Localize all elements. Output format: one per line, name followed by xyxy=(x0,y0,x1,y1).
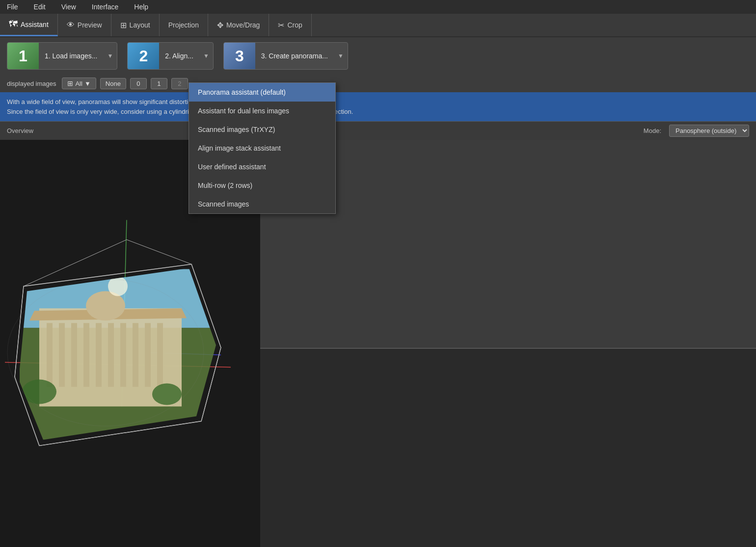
dropdown-item-3[interactable]: Align image stack assistant xyxy=(189,139,335,157)
menu-file[interactable]: File xyxy=(4,2,21,12)
dropdown-item-2[interactable]: Scanned images (TrXYZ) xyxy=(189,120,335,139)
tabbar: 🗺 Assistant 👁 Preview ⊞ Layout Projectio… xyxy=(0,14,756,37)
mode-select[interactable]: Panosphere (outside) xyxy=(669,125,749,137)
tab-layout-label: Layout xyxy=(130,21,150,29)
step2-button[interactable]: 2 2. Align... ▼ xyxy=(127,42,213,70)
step3-button[interactable]: 3 3. Create panorama... ▼ xyxy=(223,42,348,70)
step3-number: 3 xyxy=(224,42,255,70)
svg-point-22 xyxy=(152,384,182,405)
displayed-images-label: displayed images xyxy=(7,80,56,87)
svg-rect-14 xyxy=(108,323,114,387)
dropdown-item-1[interactable]: Assistant for dual lens images xyxy=(189,102,335,120)
info-banner: With a wide field of view, panoramas wil… xyxy=(0,92,756,121)
dropdown-item-5[interactable]: Multi-row (2 rows) xyxy=(189,176,335,195)
step3-label: 3. Create panorama... xyxy=(255,52,334,60)
step1-label: 1. Load images... xyxy=(39,52,103,60)
tab-crop[interactable]: ✂ Crop xyxy=(269,14,311,36)
tab-movedrag[interactable]: ✥ Move/Drag xyxy=(208,14,269,36)
step1-chevron-icon: ▼ xyxy=(103,52,117,59)
svg-rect-10 xyxy=(59,323,65,387)
overview-row: Overview Mode: Panosphere (outside) xyxy=(0,121,756,140)
dropdown-item-6[interactable]: Scanned images xyxy=(189,195,335,213)
tab-layout[interactable]: ⊞ Layout xyxy=(111,14,160,36)
preview-tab-icon: 👁 xyxy=(67,21,75,29)
all-icon: ⊞ xyxy=(67,79,73,87)
svg-rect-12 xyxy=(83,323,89,387)
dropdown-item-0[interactable]: Panorama assistant (default) xyxy=(189,83,335,102)
step2-chevron-icon: ▼ xyxy=(199,52,213,59)
all-chevron-icon: ▼ xyxy=(84,80,91,87)
menu-help[interactable]: Help xyxy=(131,2,151,12)
tab-assistant-label: Assistant xyxy=(21,21,49,28)
tab-preview-label: Preview xyxy=(78,21,102,29)
svg-rect-17 xyxy=(145,323,151,387)
svg-point-21 xyxy=(22,380,56,404)
step2-label: 2. Align... xyxy=(159,52,199,60)
svg-rect-16 xyxy=(133,323,138,387)
num-box-2[interactable]: 2 xyxy=(171,78,188,89)
tab-movedrag-label: Move/Drag xyxy=(226,21,260,29)
toolbar: 1 1. Load images... ▼ 2 2. Align... ▼ 3 … xyxy=(0,37,756,75)
num-box-0[interactable]: 0 xyxy=(130,78,147,89)
num-box-1[interactable]: 1 xyxy=(151,78,167,89)
dropdown-item-4[interactable]: User defined assistant xyxy=(189,157,335,176)
tab-crop-label: Crop xyxy=(287,21,302,29)
main-area xyxy=(0,140,756,547)
tab-projection[interactable]: Projection xyxy=(160,14,208,36)
all-button[interactable]: ⊞ All ▼ xyxy=(62,78,96,89)
svg-rect-13 xyxy=(96,323,102,387)
menu-view[interactable]: View xyxy=(58,2,79,12)
images-row: displayed images ⊞ All ▼ None 0 1 2 xyxy=(0,75,756,92)
svg-rect-18 xyxy=(157,323,163,387)
movedrag-tab-icon: ✥ xyxy=(217,21,223,30)
tab-assistant[interactable]: 🗺 Assistant xyxy=(0,14,58,36)
svg-rect-15 xyxy=(120,323,126,387)
assistant-tab-icon: 🗺 xyxy=(9,19,18,29)
tab-preview[interactable]: 👁 Preview xyxy=(58,14,111,36)
menubar: File Edit View Interface Help xyxy=(0,0,756,14)
step1-number: 1 xyxy=(7,42,39,70)
crop-tab-icon: ✂ xyxy=(278,21,284,30)
step2-number: 2 xyxy=(128,42,159,70)
none-button[interactable]: None xyxy=(100,78,126,89)
layout-tab-icon: ⊞ xyxy=(120,21,127,30)
step3-chevron-icon: ▼ xyxy=(334,52,348,59)
menu-edit[interactable]: Edit xyxy=(31,2,49,12)
right-bottom-panel xyxy=(260,348,756,547)
svg-rect-9 xyxy=(47,323,53,387)
dropdown-menu: Panorama assistant (default) Assistant f… xyxy=(189,82,336,214)
svg-rect-11 xyxy=(71,323,77,387)
step1-button[interactable]: 1 1. Load images... ▼ xyxy=(7,42,117,70)
overview-label: Overview xyxy=(7,127,33,134)
tab-projection-label: Projection xyxy=(168,21,199,29)
mode-label: Mode: xyxy=(644,127,661,134)
menu-interface[interactable]: Interface xyxy=(89,2,121,12)
